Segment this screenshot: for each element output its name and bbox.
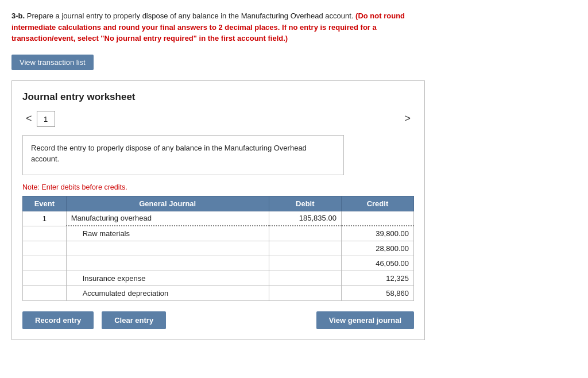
cell-debit: 185,835.00: [269, 211, 341, 226]
cell-event: [23, 241, 67, 256]
cell-event: [23, 286, 67, 300]
note-text: Note: Enter debits before credits.: [22, 183, 414, 191]
cell-journal: Accumulated depreciation: [66, 286, 269, 300]
cell-credit: 46,050.00: [341, 256, 413, 271]
cell-journal: Manufacturing overhead: [66, 211, 269, 226]
table-row: Raw materials39,800.00: [23, 226, 414, 241]
cell-debit: [269, 286, 341, 300]
cell-debit: [269, 256, 341, 271]
page-number-box: 1: [37, 111, 55, 127]
col-header-event: Event: [23, 196, 67, 211]
cell-credit: 58,860: [341, 286, 413, 300]
cell-event: [23, 226, 67, 241]
cell-credit: 28,800.00: [341, 241, 413, 256]
problem-text-normal: Prepare a journal entry to properly disp…: [27, 11, 355, 20]
cell-credit: [341, 211, 413, 226]
table-header-row: Event General Journal Debit Credit: [23, 196, 414, 211]
nav-left-arrow[interactable]: <: [22, 111, 36, 126]
cell-event: [23, 271, 67, 286]
table-row: 46,050.00: [23, 256, 414, 271]
table-row: 28,800.00: [23, 241, 414, 256]
cell-journal: [66, 256, 269, 271]
journal-table: Event General Journal Debit Credit 1Manu…: [22, 196, 414, 301]
description-box: Record the entry to properly dispose of …: [22, 135, 344, 175]
view-general-journal-button[interactable]: View general journal: [316, 311, 414, 329]
table-row: Accumulated depreciation58,860: [23, 286, 414, 300]
clear-entry-button[interactable]: Clear entry: [102, 311, 166, 329]
description-text: Record the entry to properly dispose of …: [31, 144, 307, 164]
view-transaction-list-button[interactable]: View transaction list: [11, 55, 94, 70]
worksheet-container: Journal entry worksheet < 1 > Record the…: [11, 80, 425, 340]
table-row: 1Manufacturing overhead185,835.00: [23, 211, 414, 226]
problem-prefix: 3-b.: [11, 11, 25, 20]
col-header-credit: Credit: [341, 196, 413, 211]
nav-row: < 1 >: [22, 111, 414, 127]
nav-right-arrow[interactable]: >: [401, 111, 414, 126]
cell-credit: 12,325: [341, 271, 413, 286]
table-row: Insurance expense12,325: [23, 271, 414, 286]
cell-debit: [269, 241, 341, 256]
cell-debit: [269, 226, 341, 241]
cell-debit: [269, 271, 341, 286]
buttons-row: Record entry Clear entry View general jo…: [22, 311, 414, 329]
record-entry-button[interactable]: Record entry: [22, 311, 94, 329]
worksheet-title: Journal entry worksheet: [22, 91, 414, 103]
cell-journal: Insurance expense: [66, 271, 269, 286]
col-header-journal: General Journal: [66, 196, 269, 211]
cell-journal: [66, 241, 269, 256]
cell-journal: Raw materials: [66, 226, 269, 241]
cell-event: [23, 256, 67, 271]
problem-text: 3-b. Prepare a journal entry to properly…: [11, 10, 413, 44]
col-header-debit: Debit: [269, 196, 341, 211]
cell-event: 1: [23, 211, 67, 226]
cell-credit: 39,800.00: [341, 226, 413, 241]
